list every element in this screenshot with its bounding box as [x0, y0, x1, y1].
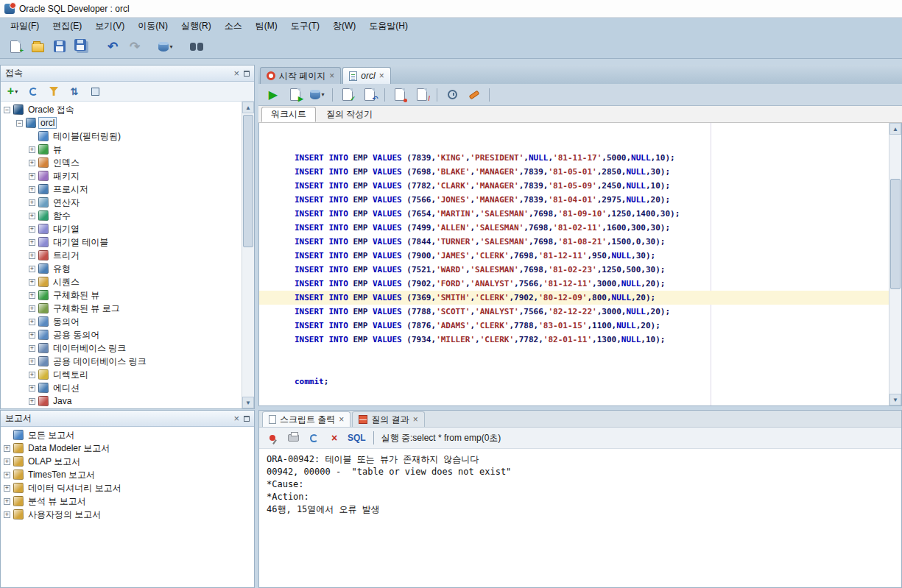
- refresh-connections-icon[interactable]: [26, 84, 40, 99]
- undo-icon[interactable]: ↶: [103, 37, 122, 56]
- expand-node-icon[interactable]: +: [4, 445, 10, 452]
- sql-history-icon[interactable]: [443, 86, 461, 104]
- connections-tree-item-14[interactable]: +구체화된 뷰: [1, 288, 242, 302]
- rollback-icon[interactable]: ↶: [361, 86, 378, 104]
- code-line[interactable]: INSERT INTO EMP VALUES (7698,'BLAKE','MA…: [259, 165, 889, 179]
- run-dropdown-icon[interactable]: ▾: [309, 86, 326, 104]
- expand-node-icon[interactable]: +: [29, 385, 35, 392]
- close-tab-icon[interactable]: ×: [339, 415, 344, 424]
- open-file-icon[interactable]: [28, 37, 47, 56]
- connections-tree-item-12[interactable]: +유형: [1, 262, 242, 275]
- expand-node-icon[interactable]: +: [29, 226, 35, 233]
- connections-tree-item-5[interactable]: +패키지: [1, 169, 242, 183]
- expand-node-icon[interactable]: +: [4, 498, 10, 505]
- scroll-track[interactable]: [889, 135, 901, 394]
- clear-icon[interactable]: [465, 86, 483, 104]
- menu-item-6[interactable]: 팀(M): [250, 18, 283, 34]
- scroll-up-icon[interactable]: ▲: [889, 123, 901, 135]
- expand-node-icon[interactable]: +: [29, 372, 35, 378]
- close-tab-icon[interactable]: ×: [379, 71, 384, 80]
- connections-tree-item-3[interactable]: +뷰: [1, 143, 242, 156]
- reports-tree-item-0[interactable]: 모든 보고서: [1, 428, 254, 442]
- add-connection-icon[interactable]: +▾: [5, 84, 20, 99]
- close-tab-icon[interactable]: ×: [413, 415, 418, 424]
- print-icon[interactable]: [286, 431, 300, 445]
- menu-item-5[interactable]: 소스: [219, 18, 248, 34]
- new-file-icon[interactable]: +: [6, 37, 25, 56]
- connections-dropdown-icon[interactable]: ▾: [156, 37, 175, 56]
- tab-orcl[interactable]: orcl ×: [342, 67, 390, 84]
- connections-tree-item-11[interactable]: +트리거: [1, 249, 242, 262]
- connections-tree-item-7[interactable]: +연산자: [1, 196, 242, 209]
- autotrace-icon[interactable]: /: [413, 86, 431, 104]
- pin-icon[interactable]: [265, 431, 280, 445]
- code-line[interactable]: INSERT INTO EMP VALUES (7902,'FORD','ANA…: [259, 277, 889, 291]
- sql-link[interactable]: SQL: [348, 433, 366, 443]
- menu-item-8[interactable]: 창(W): [327, 18, 362, 34]
- sort-icon[interactable]: ⇅: [67, 84, 82, 99]
- explain-plan-icon[interactable]: [391, 86, 409, 104]
- code-line[interactable]: INSERT INTO EMP VALUES (7788,'SCOTT','AN…: [259, 305, 889, 319]
- code-line[interactable]: INSERT INTO EMP VALUES (7839,'KING','PRE…: [259, 151, 889, 165]
- connections-tree-item-15[interactable]: +구체화된 뷰 로그: [1, 302, 242, 315]
- expand-node-icon[interactable]: +: [29, 239, 35, 246]
- connections-tree-item-17[interactable]: +공용 동의어: [1, 328, 242, 341]
- run-script-icon[interactable]: ▶: [286, 86, 304, 104]
- expand-node-icon[interactable]: +: [29, 279, 35, 286]
- connections-scrollbar[interactable]: ▲ ▼: [242, 102, 254, 408]
- expand-node-icon[interactable]: +: [29, 213, 35, 219]
- code-line[interactable]: INSERT INTO EMP VALUES (7876,'ADAMS','CL…: [259, 319, 889, 333]
- expand-node-icon[interactable]: +: [4, 485, 10, 492]
- code-line[interactable]: [259, 347, 889, 361]
- tab-start-page[interactable]: 시작 페이지 ×: [260, 67, 341, 84]
- code-line[interactable]: INSERT INTO EMP VALUES (7499,'ALLEN','SA…: [259, 221, 889, 235]
- menu-item-7[interactable]: 도구(T): [285, 18, 325, 34]
- expand-node-icon[interactable]: +: [29, 319, 35, 325]
- redo-icon[interactable]: ↷: [125, 37, 144, 56]
- tab-worksheet[interactable]: 워크시트: [261, 107, 316, 122]
- connections-tree-item-2[interactable]: 테이블(필터링됨): [1, 130, 242, 143]
- reports-tree-item-3[interactable]: +TimesTen 보고서: [1, 468, 254, 481]
- tab-query-builder[interactable]: 질의 작성기: [317, 107, 381, 122]
- expand-node-icon[interactable]: +: [29, 186, 35, 193]
- menu-item-1[interactable]: 편집(E): [46, 18, 88, 34]
- run-statement-icon[interactable]: ▶: [264, 86, 282, 104]
- expand-node-icon[interactable]: +: [29, 146, 35, 153]
- tab-query-result[interactable]: 질의 결과 ×: [352, 411, 424, 427]
- refresh-icon[interactable]: [306, 431, 321, 445]
- expand-node-icon[interactable]: +: [29, 292, 35, 299]
- code-line[interactable]: commit;: [259, 375, 889, 389]
- menu-item-9[interactable]: 도움말(H): [363, 18, 414, 34]
- connections-tree-item-10[interactable]: +대기열 테이블: [1, 235, 242, 249]
- connections-tree-item-8[interactable]: +함수: [1, 209, 242, 222]
- connections-tree-item-4[interactable]: +인덱스: [1, 156, 242, 169]
- tab-script-output[interactable]: 스크립트 출력 ×: [262, 411, 350, 427]
- expand-node-icon[interactable]: +: [29, 252, 35, 259]
- save-icon[interactable]: [50, 37, 69, 56]
- connections-tree-item-13[interactable]: +시퀀스: [1, 275, 242, 288]
- reports-tree-item-2[interactable]: +OLAP 보고서: [1, 455, 254, 468]
- scroll-down-icon[interactable]: ▼: [889, 394, 901, 405]
- close-panel-icon[interactable]: ×: [233, 414, 239, 423]
- menu-item-4[interactable]: 실행(R): [175, 18, 217, 34]
- connections-tree-item-0[interactable]: −Oracle 접속: [1, 103, 242, 116]
- expand-node-icon[interactable]: +: [4, 511, 10, 518]
- expand-node-icon[interactable]: +: [4, 458, 10, 465]
- scroll-thumb[interactable]: [243, 115, 253, 247]
- collapse-all-icon[interactable]: [88, 84, 102, 99]
- connections-tree-item-22[interactable]: +Java: [1, 394, 242, 408]
- save-all-icon[interactable]: [72, 37, 91, 56]
- connections-tree-item-19[interactable]: +공용 데이터베이스 링크: [1, 355, 242, 368]
- reports-tree-item-6[interactable]: +사용자정의 보고서: [1, 508, 254, 521]
- menu-item-3[interactable]: 이동(N): [132, 18, 174, 34]
- reports-tree-item-5[interactable]: +분석 뷰 보고서: [1, 495, 254, 508]
- scroll-down-icon[interactable]: ▼: [242, 397, 254, 408]
- script-output-area[interactable]: ORA-00942: 테이블 또는 뷰가 존재하지 않습니다00942, 000…: [259, 449, 901, 587]
- sql-editor[interactable]: INSERT INTO EMP VALUES (7839,'KING','PRE…: [259, 123, 889, 405]
- expand-node-icon[interactable]: +: [29, 398, 35, 405]
- connections-tree-item-18[interactable]: +데이터베이스 링크: [1, 341, 242, 355]
- expand-node-icon[interactable]: +: [29, 345, 35, 352]
- expand-node-icon[interactable]: +: [29, 173, 35, 180]
- expand-node-icon[interactable]: +: [4, 472, 10, 478]
- code-line[interactable]: INSERT INTO EMP VALUES (7782,'CLARK','MA…: [259, 179, 889, 193]
